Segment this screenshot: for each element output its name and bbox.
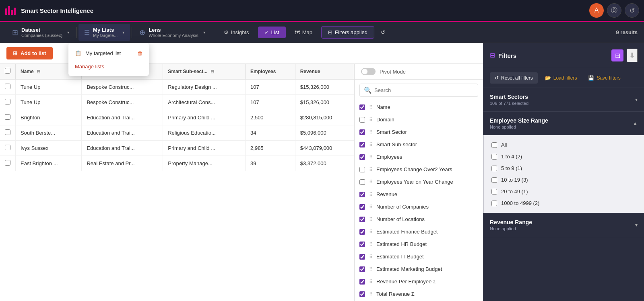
column-item[interactable]: ⠿ Number of Companies (355, 201, 483, 213)
filter-settings-button[interactable]: ⊟ (611, 49, 623, 61)
filter-cb-1-2[interactable] (491, 166, 497, 171)
drag-handle-icon: ⠿ (369, 254, 372, 260)
column-item[interactable]: ⠿ Number of Locations (355, 213, 483, 225)
filter-option-1-0[interactable]: All (483, 139, 644, 151)
col-checkbox-5[interactable] (359, 167, 365, 172)
column-item[interactable]: ⠿ Smart Sector (355, 126, 483, 138)
select-all-checkbox[interactable] (5, 68, 10, 74)
filter-option-1-2[interactable]: 5 to 9 (1) (483, 162, 644, 174)
col-checkbox-10[interactable] (359, 229, 365, 235)
columns-side-panel: Columns Pivot Mode 🔍 ⠿ Name ⠿ (354, 64, 483, 301)
col-checkbox-13[interactable] (359, 266, 365, 272)
column-item[interactable]: ⠿ Estimated IT Budget (355, 250, 483, 263)
filter-option-1-1[interactable]: 1 to 4 (2) (483, 151, 644, 162)
filter-cb-1-4[interactable] (491, 189, 497, 195)
row-checkbox-3[interactable] (5, 129, 10, 135)
column-item[interactable]: ⠿ Estimated Finance Budget (355, 225, 483, 238)
manage-lists-link[interactable]: Manage lists (68, 60, 149, 73)
filter-cb-1-1[interactable] (491, 154, 497, 160)
col-checkbox-0[interactable] (359, 104, 365, 110)
col-checkbox-9[interactable] (359, 217, 365, 222)
lens-button[interactable]: ⊕ Lens Whole Economy Analysis ▾ (134, 24, 211, 41)
col-checkbox-7[interactable] (359, 192, 365, 197)
smart-subsector-filter-icon[interactable]: ⊟ (211, 69, 214, 74)
my-lists-button[interactable]: ☰ My Lists My targete... ▾ (78, 24, 130, 41)
filter-option-1-3[interactable]: 10 to 19 (3) (483, 174, 644, 186)
row-checkbox-5[interactable] (5, 160, 10, 166)
row-checkbox-2[interactable] (5, 114, 10, 120)
row-checkbox-cell[interactable] (0, 79, 16, 95)
col-checkbox-15[interactable] (359, 291, 365, 297)
filter-section-header-0[interactable]: Smart Sectors 106 of 771 selected ▾ (483, 88, 644, 111)
tab-list[interactable]: ✓ List (258, 27, 286, 38)
map-label: Map (302, 29, 312, 35)
filters-header-actions: ⊟ ⬇ (611, 49, 638, 62)
filter-option-1-4[interactable]: 20 to 49 (1) (483, 186, 644, 197)
column-item[interactable]: ⠿ Revenue (355, 188, 483, 201)
name-filter-icon[interactable]: ⊟ (37, 69, 40, 74)
th-select-all[interactable] (0, 64, 16, 79)
column-item[interactable]: ⠿ Total Revenue Σ (355, 288, 483, 300)
user-icon-button[interactable]: A (589, 3, 604, 18)
tab-map[interactable]: 🗺 Map (288, 27, 319, 38)
filter-cb-1-3[interactable] (491, 177, 497, 183)
col-checkbox-2[interactable] (359, 129, 365, 135)
list-label-main: My Lists (93, 27, 118, 33)
lens-chevron: ▾ (203, 30, 205, 35)
load-filters-button[interactable]: 📂 Load filters (541, 72, 581, 84)
column-item[interactable]: ⠿ Employees Year on Year Change (355, 176, 483, 188)
column-item[interactable]: ⠿ Employees (355, 151, 483, 163)
col-checkbox-14[interactable] (359, 279, 365, 285)
tab-insights[interactable]: ⚙ Insights (217, 27, 256, 38)
refresh-icon-button[interactable]: ↺ (625, 3, 639, 18)
reset-view-button[interactable]: ↺ (377, 27, 389, 38)
help-icon-button[interactable]: ⓪ (607, 3, 621, 18)
delete-list-icon[interactable]: 🗑 (137, 50, 142, 56)
row-checkbox-0[interactable] (5, 84, 10, 89)
columns-toggle-handle[interactable]: Columns (354, 64, 355, 301)
filter-section-header-1[interactable]: Employee Size Range None applied ▲ (483, 112, 644, 135)
row-checkbox-cell[interactable] (0, 110, 16, 125)
column-item[interactable]: ⠿ Estimated HR Budget (355, 238, 483, 250)
column-item[interactable]: ⠿ Estimated Marketing Budget (355, 263, 483, 275)
dropdown-item-my-list[interactable]: 📋 My targeted list 🗑 (68, 46, 149, 60)
col-checkbox-3[interactable] (359, 142, 365, 147)
column-item[interactable]: ⠿ Smart Sub-sector (355, 138, 483, 151)
col-checkbox-12[interactable] (359, 254, 365, 260)
filter-section-header-2[interactable]: Revenue Range None applied ▾ (483, 213, 644, 237)
column-item[interactable]: ⠿ Revenue Per Employee Σ (355, 275, 483, 288)
separator-1 (76, 27, 77, 38)
cell-3-4: $5,096,000 (295, 125, 354, 141)
column-item[interactable]: ⠿ Domain (355, 113, 483, 126)
column-item[interactable]: ⠿ Employees Change Over2 Years (355, 163, 483, 176)
reset-filters-button[interactable]: ↺ Reset all filters (490, 72, 538, 84)
save-filters-button[interactable]: 💾 Save filters (584, 72, 624, 84)
filter-cb-1-0[interactable] (491, 142, 497, 148)
col-checkbox-1[interactable] (359, 117, 365, 123)
download-button[interactable]: ⬇ (627, 49, 638, 62)
row-checkbox-cell[interactable] (0, 95, 16, 110)
cell-1-2: Architectural Cons... (163, 95, 246, 110)
col-checkbox-8[interactable] (359, 204, 365, 210)
filter-cb-1-5[interactable] (491, 201, 497, 206)
table-scroll[interactable]: Name ⊟ Smart Sector ⊟ Smart Sub-sect... … (0, 64, 354, 301)
row-checkbox-cell[interactable] (0, 125, 16, 141)
filter-option-label-1-0: All (501, 142, 507, 148)
row-checkbox-cell[interactable] (0, 141, 16, 156)
col-checkbox-11[interactable] (359, 242, 365, 247)
filter-actions: ↺ Reset all filters 📂 Load filters 💾 Sav… (483, 68, 644, 88)
filter-option-1-5[interactable]: 1000 to 4999 (2) (483, 197, 644, 209)
row-checkbox-4[interactable] (5, 145, 10, 150)
filter-section-chevron-2: ▾ (635, 222, 638, 228)
cell-0-3: 107 (246, 79, 295, 95)
dataset-button[interactable]: ⊞ Dataset Companies (Sussex) ▾ (6, 24, 75, 41)
row-checkbox-1[interactable] (5, 99, 10, 104)
add-to-list-button[interactable]: ⊞ Add to list (6, 47, 53, 59)
column-search-input[interactable] (374, 87, 474, 93)
tab-filters-applied[interactable]: ⊟ Filters applied (321, 26, 374, 39)
col-checkbox-4[interactable] (359, 154, 365, 160)
row-checkbox-cell[interactable] (0, 156, 16, 171)
pivot-toggle[interactable] (361, 68, 376, 75)
col-checkbox-6[interactable] (359, 179, 365, 185)
column-item[interactable]: ⠿ Name (355, 101, 483, 113)
